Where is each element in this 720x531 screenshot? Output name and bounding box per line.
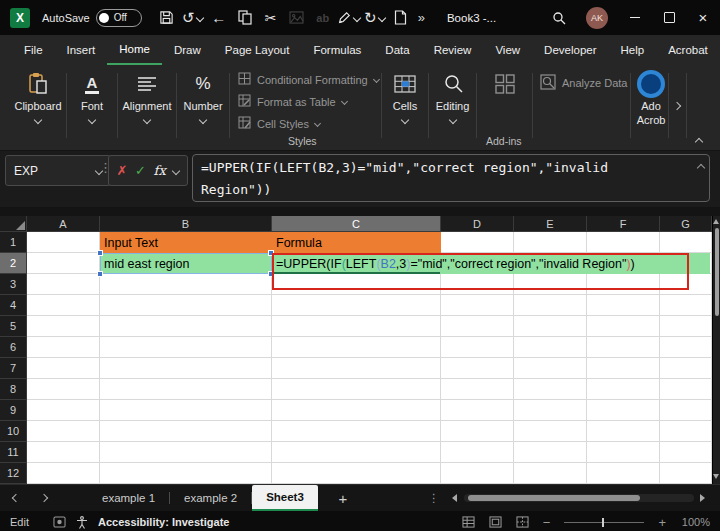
vertical-scrollbar[interactable] (712, 216, 720, 484)
tab-view[interactable]: View (483, 35, 532, 65)
hscroll-thumb[interactable] (468, 495, 640, 501)
tab-home[interactable]: Home (107, 35, 162, 65)
select-all-corner[interactable] (0, 216, 27, 232)
redo-icon[interactable]: ↻ (363, 5, 387, 31)
dots-vertical-icon[interactable]: ⋮ (428, 485, 440, 511)
row-header-8[interactable]: 8 (0, 379, 27, 400)
tab-formulas[interactable]: Formulas (301, 35, 373, 65)
hscroll-right-icon[interactable] (700, 494, 705, 502)
cell-b2[interactable]: mid east region (100, 253, 272, 274)
sheet-tab-sheet3[interactable]: Sheet3 (252, 485, 318, 511)
row-header-4[interactable]: 4 (0, 295, 27, 316)
normal-view-icon[interactable] (462, 516, 475, 528)
analyze-data-button[interactable]: Analyze Data (540, 74, 627, 92)
group-clipboard[interactable]: Clipboard (10, 70, 66, 123)
row-header-10[interactable]: 10 (0, 421, 27, 442)
cell-b1[interactable]: Input Text (100, 232, 272, 253)
close-icon[interactable]: × (686, 0, 720, 35)
group-number[interactable]: %Number (178, 70, 228, 123)
page-break-view-icon[interactable] (516, 516, 529, 528)
adobe-acrobat-button[interactable]: AdoAcrob (634, 70, 668, 126)
column-header-c[interactable]: C (272, 216, 441, 232)
column-header-g[interactable]: G (660, 216, 712, 232)
tab-page-layout[interactable]: Page Layout (213, 35, 302, 65)
cancel-icon[interactable]: ✗ (117, 163, 128, 178)
avatar[interactable]: AK (586, 7, 608, 29)
vscroll-down-icon[interactable] (713, 474, 719, 479)
tab-file[interactable]: File (12, 35, 55, 65)
back-arrow-icon[interactable]: ← (207, 5, 231, 31)
zoom-in-icon[interactable]: + (658, 515, 666, 530)
conditional-formatting-button[interactable]: Conditional Formatting (238, 72, 379, 87)
sheet-tab-example-1[interactable]: example 1 (88, 485, 169, 511)
row-header-1[interactable]: 1 (0, 232, 27, 253)
column-header-a[interactable]: A (27, 216, 100, 232)
replace-icon[interactable]: ab (311, 5, 335, 31)
add-sheet-button[interactable]: + (330, 485, 356, 511)
enter-icon[interactable]: ✓ (135, 163, 146, 178)
row-header-5[interactable]: 5 (0, 316, 27, 337)
horizontal-scrollbar[interactable] (464, 494, 694, 502)
column-header-e[interactable]: E (514, 216, 587, 232)
group-font[interactable]: AFont (68, 70, 116, 123)
save-icon[interactable] (155, 5, 179, 31)
picture-icon[interactable] (285, 5, 309, 31)
cell-c1[interactable]: Formula (272, 232, 441, 253)
name-box[interactable]: EXP (5, 155, 111, 186)
group-editing[interactable]: Editing (430, 70, 475, 123)
tab-review[interactable]: Review (422, 35, 484, 65)
hscroll-left-icon[interactable] (452, 494, 457, 502)
formula-segment: ) (631, 257, 635, 271)
column-header-d[interactable]: D (441, 216, 514, 232)
row-header-7[interactable]: 7 (0, 358, 27, 379)
maximize-icon[interactable] (652, 0, 686, 35)
copy-icon[interactable] (233, 5, 257, 31)
group-cells[interactable]: Cells (383, 70, 427, 123)
accessibility-icon[interactable] (76, 516, 88, 529)
minimize-icon[interactable] (618, 0, 652, 35)
tab-data[interactable]: Data (373, 35, 421, 65)
undo-icon[interactable]: ↺ (181, 5, 205, 31)
ribbon-more-icon[interactable] (673, 102, 681, 110)
row-header-11[interactable]: 11 (0, 442, 27, 463)
zoom-slider-thumb[interactable] (602, 518, 604, 527)
tab-draw[interactable]: Draw (162, 35, 213, 65)
row-header-2[interactable]: 2 (0, 253, 27, 274)
format-as-table-button[interactable]: Format as Table (238, 94, 347, 109)
group-alignment[interactable]: Alignment (119, 70, 175, 123)
zoom-slider[interactable] (564, 522, 644, 523)
tab-scroll-left-icon[interactable] (4, 485, 28, 511)
new-file-icon[interactable] (389, 5, 413, 31)
autosave-toggle[interactable]: Off (96, 9, 142, 27)
zoom-out-icon[interactable]: − (543, 515, 551, 530)
vscroll-up-icon[interactable] (713, 219, 719, 224)
tab-developer[interactable]: Developer (532, 35, 608, 65)
add-ins-button[interactable] (482, 70, 528, 98)
vscroll-thumb[interactable] (715, 228, 719, 316)
sheet-tab-example-2[interactable]: example 2 (170, 485, 251, 511)
cell-c2-edit[interactable]: =UPPER(IF(LEFT(B2,3)="mid","correct regi… (272, 253, 710, 274)
tab-acrobat[interactable]: Acrobat (656, 35, 720, 65)
row-header-6[interactable]: 6 (0, 337, 27, 358)
row-header-12[interactable]: 12 (0, 463, 27, 484)
page-layout-view-icon[interactable] (489, 516, 502, 528)
tab-scroll-right-icon[interactable] (32, 485, 56, 511)
accessibility-status[interactable]: Accessibility: Investigate (98, 516, 229, 528)
autosave-control[interactable]: AutoSave Off (42, 9, 142, 27)
formula-input[interactable]: =UPPER(IF(LEFT(B2,3)="mid","correct regi… (192, 154, 710, 202)
cell-styles-button[interactable]: Cell Styles (238, 116, 320, 131)
collapse-ribbon-icon[interactable] (695, 138, 703, 146)
search-icon[interactable] (542, 0, 576, 35)
row-header-3[interactable]: 3 (0, 274, 27, 295)
cut-icon[interactable]: ✂ (259, 5, 283, 31)
tab-help[interactable]: Help (609, 35, 657, 65)
tab-insert[interactable]: Insert (55, 35, 108, 65)
macro-record-icon[interactable] (53, 516, 66, 528)
draw-icon[interactable] (337, 5, 361, 31)
zoom-level[interactable]: 100% (680, 516, 710, 528)
column-header-f[interactable]: F (587, 216, 660, 232)
overflow-chevrons-icon[interactable]: » (418, 10, 425, 25)
row-header-9[interactable]: 9 (0, 400, 27, 421)
column-header-b[interactable]: B (100, 216, 272, 232)
insert-function-icon[interactable]: fx (154, 163, 166, 178)
